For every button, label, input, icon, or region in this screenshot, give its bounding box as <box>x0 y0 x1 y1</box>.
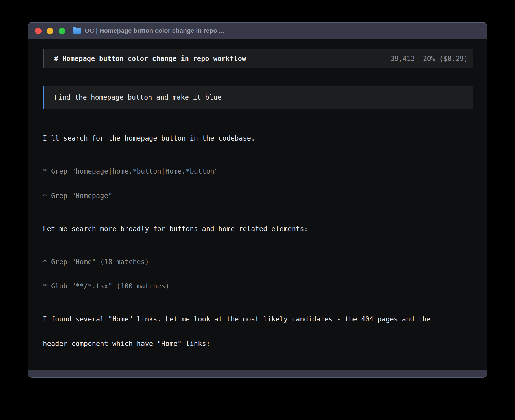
window-bottom-strip <box>28 370 487 377</box>
tool-call-grep: * Grep "homepage|home.*button|Home.*butt… <box>43 167 473 176</box>
tool-call-glob: * Glob "**/*.tsx" (100 matches) <box>43 282 473 291</box>
session-header: # Homepage button color change in repo w… <box>43 49 473 68</box>
tool-call-grep: * Grep "Home" (18 matches) <box>43 258 473 266</box>
user-message-text: Find the homepage button and make it blu… <box>54 93 221 101</box>
session-title: # Homepage button color change in repo w… <box>54 55 246 63</box>
assistant-text: I found several "Home" links. Let me loo… <box>43 315 473 324</box>
minimize-window-button[interactable] <box>47 28 53 34</box>
assistant-text: header component which have "Home" links… <box>43 340 473 348</box>
window-titlebar: OC | Homepage button color change in rep… <box>28 23 487 39</box>
tool-call-grep: * Grep "Homepage" <box>43 192 473 200</box>
traffic-lights <box>35 28 65 34</box>
assistant-transcript: I'll search for the homepage button in t… <box>43 118 473 370</box>
close-window-button[interactable] <box>35 28 42 34</box>
folder-icon <box>73 28 81 34</box>
zoom-window-button[interactable] <box>59 28 65 34</box>
assistant-text: I'll search for the homepage button in t… <box>43 134 473 143</box>
terminal-window: OC | Homepage button color change in rep… <box>28 22 487 378</box>
assistant-text: Let me search more broadly for buttons a… <box>43 225 473 233</box>
terminal-content: # Homepage button color change in repo w… <box>28 39 487 370</box>
window-title: OC | Homepage button color change in rep… <box>85 27 224 34</box>
session-token-stats: 39,413 20% ($0.29) <box>390 55 468 63</box>
user-message: Find the homepage button and make it blu… <box>43 86 473 109</box>
